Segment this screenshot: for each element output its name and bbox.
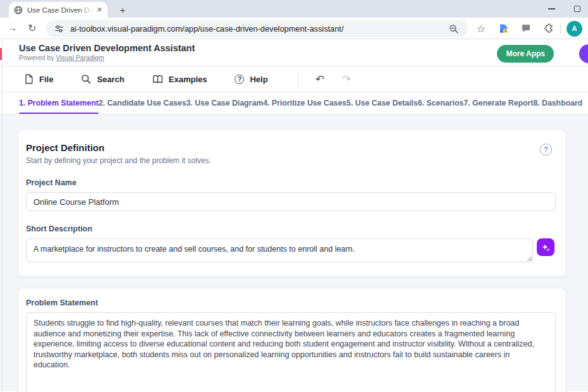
project-definition-card: Project Definition Start by defining you… — [18, 129, 567, 277]
menu-help[interactable]: ? Help — [235, 75, 267, 84]
undo-button[interactable]: ↶ — [315, 74, 324, 85]
window-left-edge — [2, 39, 3, 392]
url-text[interactable]: ai-toolbox.visual-paradigm.com/app/use-c… — [70, 24, 443, 34]
project-name-input[interactable] — [26, 192, 556, 211]
step-tabs: 1. Problem Statement 2. Candidate Use Ca… — [0, 92, 588, 114]
app-logo-partial — [0, 48, 2, 60]
help-icon: ? — [235, 75, 244, 84]
browser-tab-strip: Use Case Driven Development ✕ + — [0, 0, 588, 18]
window-maximize-button[interactable] — [574, 6, 580, 12]
comment-extension-icon[interactable] — [521, 23, 531, 34]
forward-icon[interactable]: → — [8, 22, 17, 33]
browser-tab[interactable]: Use Case Driven Development ✕ — [9, 2, 107, 18]
menu-file[interactable]: File — [24, 74, 53, 84]
tab-close-icon[interactable]: ✕ — [97, 6, 102, 13]
globe-favicon — [14, 6, 23, 15]
menu-search[interactable]: Search — [81, 74, 124, 84]
window-minimize-button[interactable] — [548, 8, 555, 9]
site-settings-icon[interactable] — [54, 24, 64, 34]
redo-button[interactable]: ↷ — [342, 74, 351, 85]
sparkle-icon — [541, 243, 551, 252]
browser-profile-avatar[interactable]: A — [567, 21, 582, 37]
problem-statement-label: Problem Statement — [26, 298, 554, 307]
problem-statement-card: Problem Statement Students struggle to f… — [18, 288, 567, 392]
tab-prioritize-use-cases[interactable]: 4. Prioritize Use Cases — [263, 92, 346, 114]
more-apps-button[interactable]: More Apps — [497, 45, 554, 63]
tab-use-case-details[interactable]: 5. Use Case Details — [346, 92, 418, 114]
card-title: Project Definition — [26, 142, 554, 153]
zoom-out-icon[interactable] — [449, 24, 459, 34]
tab-problem-statement[interactable]: 1. Problem Statement — [19, 92, 99, 114]
tab-use-case-diagram[interactable]: 3. Use Case Diagram — [187, 92, 264, 114]
menu-bar: File Search Examples ? Help ↶ ↷ — [0, 66, 588, 92]
toolbar-divider — [560, 23, 561, 34]
search-icon — [81, 74, 91, 84]
ai-generate-button[interactable] — [537, 238, 554, 256]
address-bar[interactable]: ai-toolbox.visual-paradigm.com/app/use-c… — [46, 20, 468, 37]
card-help-icon[interactable]: ? — [540, 144, 552, 156]
book-icon — [152, 75, 163, 84]
app-header: Use Case Driven Development Assistant Po… — [0, 39, 588, 66]
tab-title: Use Case Driven Development — [27, 6, 92, 14]
project-name-label: Project Name — [26, 178, 554, 187]
short-description-label: Short Description — [26, 224, 554, 233]
tab-scenarios[interactable]: 6. Scenarios — [418, 92, 463, 114]
menu-examples[interactable]: Examples — [152, 75, 207, 84]
problem-statement-textarea[interactable]: Students struggle to find high-quality, … — [26, 312, 556, 392]
file-icon — [24, 74, 34, 84]
reload-icon[interactable]: ↻ — [28, 22, 36, 34]
short-description-textarea[interactable]: A marketplace for instructors to create … — [26, 238, 533, 262]
browser-toolbar: → ↻ ai-toolbox.visual-paradigm.com/app/u… — [0, 18, 588, 39]
tab-dashboard[interactable]: 8. Dashboard — [533, 92, 582, 114]
bookmark-star-icon[interactable]: ☆ — [477, 23, 486, 35]
card-subtitle: Start by defining your project and the p… — [26, 156, 554, 165]
tab-generate-report[interactable]: 7. Generate Report — [463, 92, 533, 114]
new-tab-button[interactable]: + — [116, 4, 129, 16]
menu-divider — [298, 72, 299, 86]
main-content: Project Definition Start by defining you… — [0, 114, 588, 391]
tab-candidate-use-cases[interactable]: 2. Candidate Use Cases — [99, 92, 187, 114]
visual-paradigm-link[interactable]: Visual Paradigm — [56, 54, 104, 61]
extension-drive-icon[interactable] — [498, 23, 508, 34]
extensions-puzzle-icon[interactable] — [544, 23, 554, 34]
